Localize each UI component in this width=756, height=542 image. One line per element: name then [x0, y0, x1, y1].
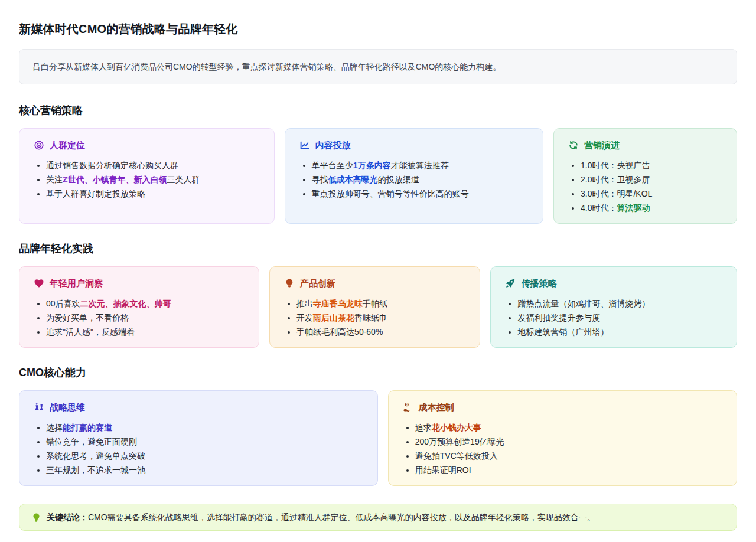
chess-icon	[34, 402, 44, 413]
card-title: 战略思维	[50, 401, 85, 413]
bullet-item: 4.0时代：算法驱动	[581, 201, 722, 215]
bullet-highlight: 低成本高曝光	[328, 175, 378, 184]
card-row: 人群定位通过销售数据分析确定核心购买人群关注Z世代、小镇青年、新入白领三类人群基…	[19, 128, 737, 224]
conclusion-label: 关键结论：	[47, 512, 88, 522]
sections-container: 核心营销策略人群定位通过销售数据分析确定核心购买人群关注Z世代、小镇青年、新入白…	[19, 103, 737, 486]
bullet-text: 追求"活人感"，反感端着	[46, 327, 135, 337]
card-bullet-list: 1.0时代：央视广告2.0时代：卫视多屏3.0时代：明星/KOL4.0时代：算法…	[568, 158, 722, 215]
card-bullet-list: 单平台至少1万条内容才能被算法推荐寻找低成本高曝光的投放渠道重点投放帅哥号、营销…	[299, 158, 529, 201]
bullet-text: 香味纸巾	[354, 313, 387, 322]
bullet-text: 寻找	[312, 175, 328, 184]
card-audience-targeting: 人群定位通过销售数据分析确定核心购买人群关注Z世代、小镇青年、新入白领三类人群基…	[19, 128, 275, 224]
bullet-text: 三类人群	[167, 175, 200, 184]
bullet-highlight: Z世代、小镇青年、新入白领	[63, 175, 167, 184]
hand-dollar-icon: $	[403, 402, 413, 413]
bullet-text: 为爱好买单，不看价格	[46, 313, 129, 322]
bullet-text: 避免拍TVC等低效投入	[415, 451, 498, 461]
bullet-item: 蹭热点流量（如鸡排哥、淄博烧烤）	[517, 296, 722, 311]
bullet-text: 发福利抽奖提升参与度	[517, 313, 600, 322]
card-bullet-list: 追求花小钱办大事200万预算创造19亿曝光避免拍TVC等低效投入用结果证明ROI	[403, 420, 722, 477]
bullet-text: 手帕纸毛利高达50-60%	[296, 327, 383, 337]
bullet-item: 单平台至少1万条内容才能被算法推荐	[312, 158, 529, 172]
meeting-summary-page: 新媒体时代CMO的营销战略与品牌年轻化 吕白分享从新媒体人到百亿消费品公司CMO…	[0, 0, 756, 542]
card-title: 成本控制	[419, 401, 454, 413]
heart-icon	[34, 278, 44, 289]
bullet-item: 寻找低成本高曝光的投放渠道	[312, 172, 529, 187]
rotate-icon	[568, 140, 579, 151]
card-product-innovation: 产品创新推出寺庙香乌龙味手帕纸开发雨后山茶花香味纸巾手帕纸毛利高达50-60%	[269, 266, 480, 348]
bullet-item: 2.0时代：卫视多屏	[581, 172, 722, 187]
bullet-item: 发福利抽奖提升参与度	[517, 311, 722, 325]
bullet-text: 选择	[46, 423, 63, 432]
bullet-text: 关注	[46, 175, 63, 184]
bullet-text: 3.0时代：明星/KOL	[581, 189, 652, 198]
bullet-item: 三年规划，不追求一城一池	[46, 463, 363, 477]
bullet-text: 用结果证明ROI	[415, 465, 471, 475]
bullet-item: 开发雨后山茶花香味纸巾	[296, 311, 465, 325]
bullet-highlight: 寺庙香乌龙味	[313, 299, 363, 308]
bullet-text: 三年规划，不追求一城一池	[46, 465, 145, 475]
bullet-item: 手帕纸毛利高达50-60%	[296, 325, 465, 339]
bullet-item: 地标建筑营销（广州塔）	[517, 325, 722, 339]
bullet-text: 基于人群喜好制定投放策略	[46, 189, 145, 198]
rocket-icon	[505, 278, 516, 289]
card-young-user-insight: 年轻用户洞察00后喜欢二次元、抽象文化、帅哥为爱好买单，不看价格追求"活人感"，…	[19, 266, 259, 348]
bullet-text: 4.0时代：	[581, 203, 617, 213]
card-marketing-evolution: 营销演进1.0时代：央视广告2.0时代：卫视多屏3.0时代：明星/KOL4.0时…	[553, 128, 737, 224]
bullet-item: 追求"活人感"，反感端着	[46, 325, 245, 339]
bullet-text: 单平台至少	[312, 161, 353, 170]
card-row: 年轻用户洞察00后喜欢二次元、抽象文化、帅哥为爱好买单，不看价格追求"活人感"，…	[19, 266, 737, 348]
bullet-item: 错位竞争，避免正面硬刚	[46, 435, 363, 449]
chart-line-icon	[299, 140, 310, 151]
section-heading: 核心营销策略	[19, 103, 737, 117]
card-row: 战略思维选择能打赢的赛道错位竞争，避免正面硬刚系统化思考，避免单点突破三年规划，…	[19, 390, 737, 486]
bullet-highlight: 雨后山茶花	[313, 313, 354, 322]
bullseye-icon	[34, 140, 44, 151]
card-bullet-list: 00后喜欢二次元、抽象文化、帅哥为爱好买单，不看价格追求"活人感"，反感端着	[34, 296, 245, 339]
summary-text: 吕白分享从新媒体人到百亿消费品公司CMO的转型经验，重点探讨新媒体营销策略、品牌…	[32, 62, 501, 71]
page-title: 新媒体时代CMO的营销战略与品牌年轻化	[19, 21, 737, 37]
bullet-item: 追求花小钱办大事	[415, 420, 722, 435]
bullet-text: 推出	[296, 299, 313, 308]
lightbulb-icon	[31, 512, 41, 523]
card-title: 内容投放	[315, 139, 351, 151]
bullet-highlight: 花小钱办大事	[432, 423, 481, 432]
bullet-text: 重点投放帅哥号、营销号等性价比高的账号	[312, 189, 469, 198]
bullet-item: 通过销售数据分析确定核心购买人群	[46, 158, 260, 172]
bullet-text: 200万预算创造19亿曝光	[415, 437, 504, 446]
card-title: 传播策略	[521, 277, 556, 289]
section-heading: CMO核心能力	[19, 365, 737, 380]
bullet-item: 关注Z世代、小镇青年、新入白领三类人群	[46, 172, 260, 187]
bullet-text: 蹭热点流量（如鸡排哥、淄博烧烤）	[517, 299, 650, 308]
card-cost-control: $成本控制追求花小钱办大事200万预算创造19亿曝光避免拍TVC等低效投入用结果…	[388, 390, 737, 486]
bullet-item: 3.0时代：明星/KOL	[581, 187, 722, 201]
bullet-item: 用结果证明ROI	[415, 463, 722, 477]
bullet-text: 开发	[296, 313, 313, 322]
card-title: 营销演进	[584, 139, 620, 151]
card-strategic-thinking: 战略思维选择能打赢的赛道错位竞争，避免正面硬刚系统化思考，避免单点突破三年规划，…	[19, 390, 378, 486]
bullet-highlight: 能打赢的赛道	[63, 423, 112, 432]
bullet-item: 1.0时代：央视广告	[581, 158, 722, 172]
bullet-text: 系统化思考，避免单点突破	[46, 451, 145, 461]
bullet-item: 为爱好买单，不看价格	[46, 311, 245, 325]
conclusion-text: CMO需要具备系统化战略思维，选择能打赢的赛道，通过精准人群定位、低成本高曝光的…	[88, 512, 595, 522]
bullet-text: 地标建筑营销（广州塔）	[517, 327, 608, 337]
bullet-text: 手帕纸	[363, 299, 387, 308]
card-title: 人群定位	[50, 139, 85, 151]
bullet-text: 的投放渠道	[378, 175, 419, 184]
card-communication-strategy: 传播策略蹭热点流量（如鸡排哥、淄博烧烤）发福利抽奖提升参与度地标建筑营销（广州塔…	[490, 266, 737, 348]
bullet-item: 推出寺庙香乌龙味手帕纸	[296, 296, 465, 311]
bullet-item: 基于人群喜好制定投放策略	[46, 187, 260, 201]
bullet-text: 2.0时代：卫视多屏	[581, 175, 650, 184]
bullet-text: 通过销售数据分析确定核心购买人群	[46, 161, 178, 170]
card-bullet-list: 通过销售数据分析确定核心购买人群关注Z世代、小镇青年、新入白领三类人群基于人群喜…	[34, 158, 260, 201]
bullet-item: 避免拍TVC等低效投入	[415, 449, 722, 463]
svg-text:$: $	[406, 403, 408, 406]
bullet-item: 选择能打赢的赛道	[46, 420, 363, 435]
card-title: 产品创新	[300, 277, 335, 289]
bullet-item: 系统化思考，避免单点突破	[46, 449, 363, 463]
bullet-text: 追求	[415, 423, 432, 432]
bullet-highlight: 算法驱动	[617, 203, 650, 213]
bullet-item: 重点投放帅哥号、营销号等性价比高的账号	[312, 187, 529, 201]
card-bullet-list: 选择能打赢的赛道错位竞争，避免正面硬刚系统化思考，避免单点突破三年规划，不追求一…	[34, 420, 363, 477]
